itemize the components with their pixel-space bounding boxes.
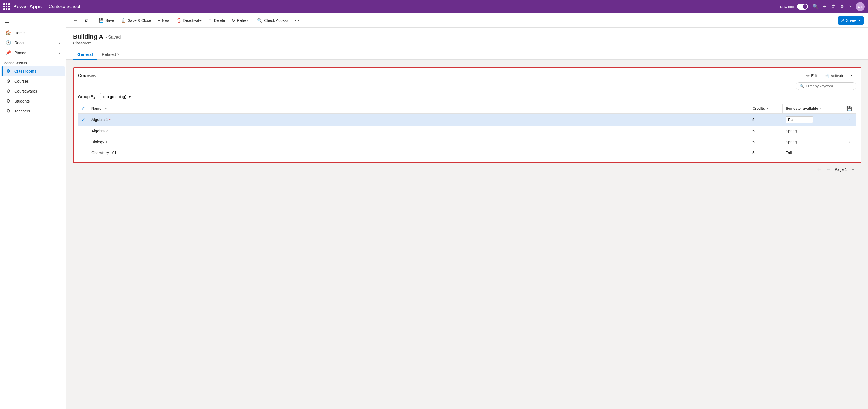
sidebar-item-students[interactable]: ⚙ Students [1,96,65,106]
refresh-button[interactable]: ↻ Refresh [229,16,253,25]
activate-label: Activate [830,73,844,78]
deactivate-button[interactable]: 🚫 Deactivate [174,16,204,25]
group-by-select[interactable]: (no grouping) ∨ [100,93,134,100]
record-tabs: General Related ∨ [73,50,861,59]
sidebar-item-coursewares[interactable]: ⚙ Coursewares [1,86,65,96]
table-row[interactable]: Chemistry 101 5 Fall [78,148,857,158]
row-check-cell [78,126,88,136]
row-semester-cell [782,114,843,126]
open-button[interactable]: ⬕ [82,16,91,25]
check-access-icon: 🔍 [257,18,262,23]
share-button[interactable]: ↗ Share ▼ [838,16,864,25]
help-icon[interactable]: ? [849,4,851,10]
row-semester-cell: Spring [782,136,843,148]
avatar[interactable]: CS [856,2,865,11]
group-by-chevron-icon: ∨ [128,95,131,99]
row-name-cell: Algebra 2 [88,126,749,136]
delete-icon: 🗑 [208,18,212,23]
prev-page-button[interactable]: ← [825,166,833,173]
check-access-button[interactable]: 🔍 Check Access [254,16,291,25]
table-row[interactable]: Biology 101 5 Spring → [78,136,857,148]
sidebar: ☰ 🏠 Home 🕐 Recent ∨ 📌 Pinned ∨ School as… [0,13,66,409]
settings-icon[interactable]: ⚙ [840,4,844,10]
table-row[interactable]: Algebra 2 5 Spring [78,126,857,136]
share-icon: ↗ [841,18,844,23]
sidebar-item-recent[interactable]: 🕐 Recent ∨ [1,38,65,48]
group-by-label: Group By: [78,95,97,99]
courses-card: Courses ✏ Edit 📄 Activate ⋯ [73,67,861,163]
back-button[interactable]: ← [71,16,81,24]
page-label: Page 1 [835,167,847,171]
tab-related[interactable]: Related ∨ [97,50,124,60]
semester-col-label: Semester available [786,106,818,111]
refresh-icon: ↻ [231,18,235,23]
semester-sort-icon[interactable]: ∨ [819,107,822,110]
search-icon[interactable]: 🔍 [812,4,818,10]
toggle-switch[interactable] [797,4,808,10]
courses-section-title: Courses [78,73,96,78]
row-navigate-icon[interactable]: → [846,117,851,122]
toolbar: ← ⬕ 💾 Save 📋 Save & Close + New 🚫 Deacti… [66,13,868,28]
row-check-cell: ✓ [78,114,88,126]
filter-input-container[interactable]: 🔍 [796,82,857,90]
name-col-label: Name [92,106,101,111]
pinned-icon: 📌 [5,50,11,55]
tab-general[interactable]: General [73,50,97,60]
activate-button[interactable]: 📄 Activate [823,72,846,79]
name-sort-icon[interactable]: ↑ ∨ [102,107,107,110]
record-name: Building A [73,33,103,40]
brand-name: Power Apps [13,4,42,10]
course-name: Algebra 2 [92,129,108,133]
active-indicator [2,66,3,76]
waffle-menu[interactable] [3,3,10,10]
save-rows-icon[interactable]: 💾 [846,106,852,111]
next-page-button[interactable]: → [849,166,857,173]
section-more-button[interactable]: ⋯ [849,72,857,79]
delete-button[interactable]: 🗑 Delete [206,16,228,24]
filter-keyword-input[interactable] [806,84,852,88]
semester-input[interactable] [786,116,813,123]
sidebar-item-label: Pinned [14,51,27,55]
group-by-value: (no grouping) [103,95,126,99]
open-icon: ⬕ [84,18,88,23]
save-close-button[interactable]: 📋 Save & Close [118,16,154,25]
top-nav: Power Apps Contoso School New look 🔍 + ⚗… [0,0,868,13]
add-icon[interactable]: + [823,3,827,10]
tab-related-label: Related [102,52,116,57]
row-name-cell: Algebra 1 * [88,114,749,126]
save-button[interactable]: 💾 Save [96,16,117,25]
sidebar-item-teachers[interactable]: ⚙ Teachers [1,106,65,116]
row-credits-cell: 5 [749,136,782,148]
sidebar-item-pinned[interactable]: 📌 Pinned ∨ [1,48,65,58]
hamburger-menu[interactable]: ☰ [0,15,66,28]
header-check-icon[interactable]: ✓ [81,106,85,111]
row-check-cell [78,148,88,158]
first-page-button[interactable]: ⇐ [816,166,823,173]
sidebar-item-label: Courses [14,79,29,84]
recent-icon: 🕐 [5,40,11,45]
filter-icon[interactable]: ⚗ [831,4,835,10]
sidebar-item-classrooms[interactable]: ⚙ Classrooms [1,66,65,76]
credits-sort-icon[interactable]: ∨ [766,107,768,110]
sidebar-section-header: School assets [0,58,66,66]
record-subtitle: Classroom [73,41,861,45]
refresh-label: Refresh [237,18,250,23]
course-name: Chemistry 101 [92,151,116,155]
share-label: Share [846,18,857,23]
more-options-button[interactable]: ⋯ [292,16,302,25]
sidebar-item-label: Classrooms [14,69,36,73]
courses-table: ✓ Name ↑ ∨ Credits [78,104,857,158]
new-look-toggle[interactable]: New look [780,4,808,10]
edit-button[interactable]: ✏ Edit [805,72,819,79]
row-nav-cell [843,148,857,158]
filter-search-icon: 🔍 [800,84,804,88]
sidebar-item-home[interactable]: 🏠 Home [1,28,65,38]
sidebar-item-label: Coursewares [14,89,37,93]
chevron-down-icon: ∨ [58,51,61,55]
table-row[interactable]: ✓ Algebra 1 * 5 [78,114,857,126]
sidebar-item-courses[interactable]: ⚙ Courses [1,76,65,86]
col-nav-header: 💾 [843,104,857,114]
toolbar-separator [93,17,93,24]
new-button[interactable]: + New [155,16,173,24]
row-navigate-icon[interactable]: → [846,139,851,145]
